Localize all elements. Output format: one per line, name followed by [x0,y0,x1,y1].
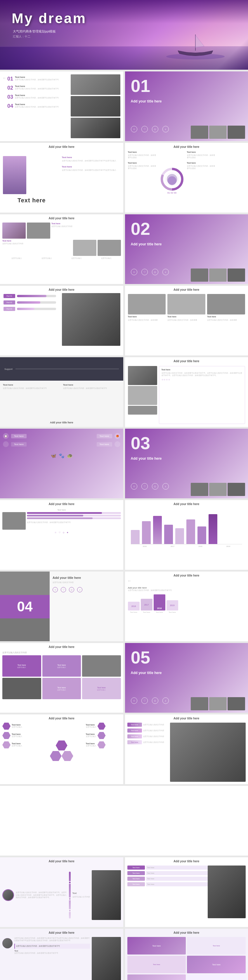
desc-1: 这里可以输入您的文字内容，如有需要可以更改字体字号这里可以输入 [62,159,120,162]
hex-text-6: Text here [86,743,96,745]
slide-num-01: 01 Add your title here ☆ ♡ ◇ ♪ [125,72,248,141]
list-title-3: Text here [15,94,59,97]
big-number-02: 02 [131,220,150,238]
circle-desc-4: 这里可以输入您的文字内容，如有需要可以更改 [187,165,216,170]
list-desc-4: 这里可以输入您的文字内容，如有需要可以更改字体字号 [15,106,59,108]
slide-title-ig: Add your title here [0,214,123,220]
ta-icon-row: ☆ ☆ ☆ ☆ [161,379,243,381]
slide-hero: My dream 大气简约商务管理规划ppt模板 汇报人：十二 [0,0,248,70]
hex-text-1: Text here [12,724,22,726]
hex-desc-2: 这里可以输入 [12,735,22,738]
list-desc-3: 这里可以输入您的文字内容，如有需要可以更改字体字号 [15,97,59,99]
banner-desc-1: 这里可以输入您的文字内容，如有需要可以更改字体字号 [3,387,60,390]
slide-title-ftf: Add your title here [0,929,123,934]
tag-btn-1[interactable]: Text here [11,434,27,438]
tb-title-3: Text here [207,316,245,318]
slide-dark-banner: Support Text here 这里可以输入您的文字内容，如有需要可以更改字… [0,357,123,427]
tl-desc-3: 这里可以输入您的文字内容 [143,735,164,738]
num01-title: Add your title here [131,99,162,103]
banner-desc-2: 这里可以输入您的文字内容，如有需要可以更改字体字号 [63,387,120,390]
tl-tag-4: Text here [127,740,142,744]
slide-title-tb: Add your title here [125,286,248,291]
hex-text-4: Text here [86,724,96,726]
year-2018-desc: Text here [154,611,165,613]
slide-title-at1: Add your title here [0,143,123,148]
slide-bar-chart: Add your title here 2016 2017 2018 2019 [125,500,248,570]
tag-btn-4[interactable]: Text here [97,442,112,447]
banner-label: Support [5,368,13,371]
boat-illustration [166,29,224,61]
bar-chart [128,509,245,544]
icon-heart: ♡ [141,126,148,132]
ta-text-title: Text here [161,369,243,371]
hero-reporter: 汇报人：十二 [13,35,30,39]
tl-tag-2: Text here [127,729,142,733]
slide-portrait-text: Add your title here 这里可以输入您的文字内容，如有需要可以更… [0,858,123,927]
banner-bottom-title: Add your title here [3,421,120,424]
ftf-highlight: 这里可以输入您的文字内容，如有需要可以更改字体字号 [14,944,90,949]
num03-title: Add your title here [131,457,162,461]
num04-icon-row: ☆ ♡ ◇ ♪ [52,587,120,592]
slide-num-03: 03 Add your title here ☆ ♡ ◇ ♪ [125,429,248,498]
year-timeline: 2016 Text here 2017 Text here 2018 Text … [128,594,245,613]
tag-icon-2: 🎁 [115,433,120,439]
hex-desc-4: 这里可以输入 [86,726,96,728]
banner-text-2: Text here [63,383,120,386]
slide-title-bc: Add your title here [125,500,248,506]
ftf-text-label: Text [14,950,90,952]
tag-btn-2[interactable]: Text here [97,434,112,438]
chart-labels: 2016 2017 2018 2019 [128,546,245,547]
circle-text-2: Text here [128,162,157,164]
hb-top-text: Text here [2,509,121,511]
timeline-desc: 这里可以输入文字内容 [73,896,90,898]
slide-title-circle: Add your title here [125,143,248,148]
ig-text-1: Text here [51,223,121,224]
part-label-2: Part 02 [3,301,15,304]
slide-horiz-blocks: Add your title here Text here 这里可以输入您的文字… [0,500,123,570]
part-label-1: Part 01 [3,294,15,298]
r12-tag-3: Text here [127,877,145,881]
ftf-para2: 这里可以输入您的文字内容，如有需要可以更改字体字号 [14,952,90,954]
tag-btn-3[interactable]: Text here [11,442,27,447]
quote-text: Add your title here [128,587,245,589]
slide-title-qy: Add your title here [125,571,248,577]
slide-hex-icons: Add your title here Text here 这里可以输入 Tex… [0,714,123,784]
tb-desc-2: 这里可以输入您的文字内容，如有需要 [167,319,205,321]
hero-subtitle: 大气简约商务管理规划ppt模板 [13,29,56,34]
circle-desc-1: 这里可以输入您的文字内容，如有需要可以更改 [128,154,157,159]
circle-num-label: 01 02 03 [167,191,177,194]
slide-title-r12: Add your title here [125,858,248,863]
banner-text-row: Text here 这里可以输入您的文字内容，如有需要可以更改字体字号 Text… [3,383,120,390]
hb-desc: 这里可以输入您的文字内容，如有需要可以更改字体字号 [27,521,121,523]
slide-title-ct: Add your title here [0,643,123,649]
slide-num-02: 02 Add your title here ☆ ♡ ◇ ♪ [125,214,248,284]
slide-row12-right: Add your title here Text here Text here … [125,858,248,927]
tl-desc-2: 这里可以输入您的文字内容 [143,729,164,732]
tb-title-1: Text here [128,316,166,318]
timeline-label: Text [73,892,90,894]
icon-diamond: ◇ [152,126,158,132]
list-title-2: Text here [15,85,59,88]
tb-desc-3: 这里可以输入您的文字内容，如有需要 [207,319,245,321]
icon-row-03: ☆ ♡ ◇ ♪ [131,483,169,490]
tb-title-2: Text here [167,316,205,318]
tl-tag-1: Text here [127,722,142,727]
ta-desc: 这里可以输入您的文字内容，如有需要可以更改字体字号。这里可以输入您的文字内容，如… [161,372,243,377]
slide-color-tiles: Add your title here 这里可以输入您的文字内容 Text he… [0,643,123,713]
tag-icon-row: 🦋 🐾 🐢 [3,453,120,458]
slide-list: " 01 Text here这里可以输入您的文字内容，如有需要可以更改字体字号 … [0,72,123,141]
hex-text-5: Text here [86,733,96,735]
text-block-1: Text here [62,156,120,159]
slide-title-ta: Add your title here [125,357,248,363]
slide-num-04: 04 Add your title here 这里可以输入您的文字内容 ☆ ♡ … [0,571,123,641]
slide-timeline [0,786,248,856]
num04-title: Add your title here [52,576,120,579]
slide-quote-years: Add your title here " Add your title her… [125,571,248,641]
image-strip-03 [191,483,245,496]
slide-full-text-flow: Add your title here 这里可以输入您的文字内容，如有需要可以更… [0,929,123,980]
image-strip-02 [191,269,245,282]
part-label-3: Part 03 [3,307,15,311]
r12-tag-4: Text here [127,882,145,886]
list-desc-2: 这里可以输入您的文字内容，如有需要可以更改字体字号 [15,88,59,90]
hex-desc-5: 这里可以输入 [86,735,96,738]
